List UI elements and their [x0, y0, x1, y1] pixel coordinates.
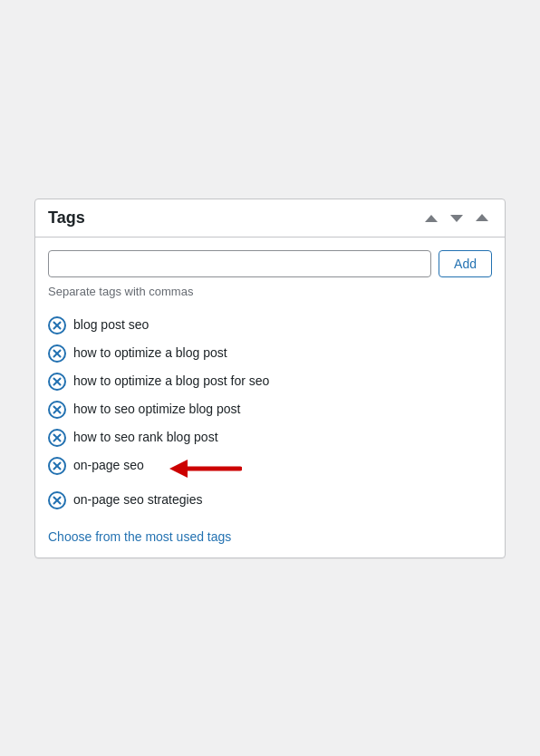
widget-header: Tags	[35, 199, 505, 237]
move-button[interactable]	[472, 212, 492, 223]
move-icon	[476, 214, 488, 221]
remove-tag-icon[interactable]	[48, 344, 66, 363]
tag-label: on-page seo strategies	[73, 490, 202, 509]
remove-tag-icon[interactable]	[48, 401, 66, 419]
chevron-down-icon	[450, 210, 463, 225]
remove-tag-icon[interactable]	[48, 429, 66, 447]
highlight-arrow	[160, 456, 242, 481]
header-controls	[421, 208, 492, 227]
tag-label: how to seo rank blog post	[73, 428, 218, 447]
widget-body: Add Separate tags with commas blog post …	[35, 237, 505, 557]
remove-tag-icon[interactable]	[48, 316, 66, 334]
tag-list: blog post seo how to optimize a blog pos…	[48, 311, 492, 514]
tag-item: on-page seo strategies	[48, 486, 492, 514]
tag-label: how to optimize a blog post	[73, 344, 227, 363]
collapse-up-button[interactable]	[421, 208, 441, 227]
tag-item: blog post seo	[48, 311, 492, 339]
remove-tag-icon[interactable]	[48, 373, 66, 391]
add-tag-button[interactable]: Add	[439, 250, 492, 277]
tag-item: how to optimize a blog post for seo	[48, 367, 492, 395]
remove-tag-icon[interactable]	[48, 457, 66, 475]
tag-input-row: Add	[48, 250, 492, 277]
tag-input[interactable]	[48, 250, 431, 277]
remove-tag-icon[interactable]	[48, 491, 66, 509]
tag-label: how to optimize a blog post for seo	[73, 372, 269, 391]
tag-item: on-page seo	[48, 451, 492, 486]
choose-most-used-link[interactable]: Choose from the most used tags	[48, 529, 231, 544]
tag-item: how to seo rank blog post	[48, 423, 492, 451]
tag-label: on-page seo	[73, 456, 144, 475]
tags-widget: Tags Add Separate tags with commas blog …	[34, 199, 506, 558]
chevron-up-icon	[425, 210, 438, 225]
tag-item: how to seo optimize blog post	[48, 395, 492, 423]
widget-title: Tags	[48, 208, 85, 228]
tag-label: how to seo optimize blog post	[73, 400, 240, 419]
tags-hint: Separate tags with commas	[48, 285, 492, 298]
tag-label: blog post seo	[73, 315, 149, 334]
tag-item: how to optimize a blog post	[48, 339, 492, 367]
collapse-down-button[interactable]	[447, 208, 467, 227]
